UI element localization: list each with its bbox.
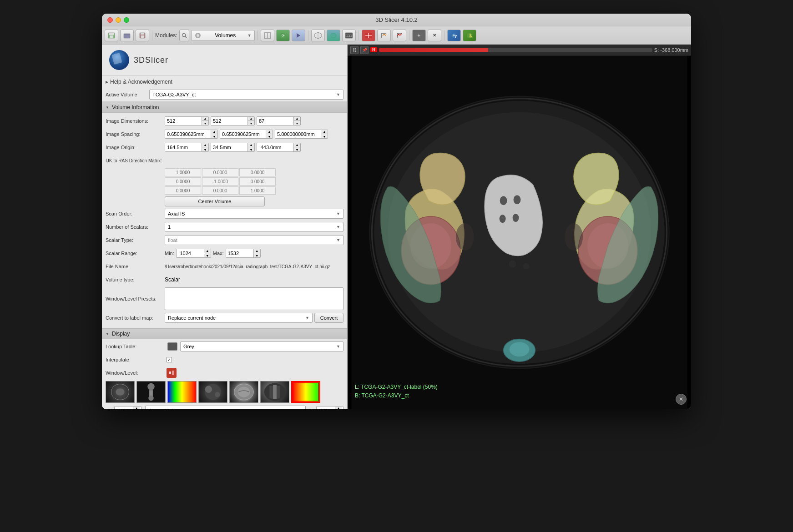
spacing-z-input[interactable]: ▲▼ bbox=[275, 130, 328, 139]
dim-x-input[interactable]: ▲▼ bbox=[165, 116, 209, 125]
dim-z-down[interactable]: ▼ bbox=[294, 121, 300, 125]
min-down[interactable]: ▼ bbox=[204, 253, 211, 258]
slice-position-bar[interactable] bbox=[379, 48, 652, 52]
center-volume-button[interactable]: Center Volume bbox=[165, 196, 265, 206]
convert-dropdown[interactable]: Replace current node ▼ bbox=[165, 313, 313, 323]
close-view-button[interactable]: ✕ bbox=[676, 394, 687, 405]
num-scalars-dropdown[interactable]: 1 ▼ bbox=[165, 222, 343, 232]
dim-z-up[interactable]: ▲ bbox=[294, 116, 300, 121]
window-title: 3D Slicer 4.10.2 bbox=[375, 16, 418, 23]
maximize-button[interactable] bbox=[124, 17, 129, 23]
load-scene-button[interactable] bbox=[120, 30, 134, 41]
dim-x-up[interactable]: ▲ bbox=[202, 116, 208, 121]
lookup-color-swatch[interactable] bbox=[167, 342, 177, 351]
spacing-y-down[interactable]: ▼ bbox=[266, 134, 273, 139]
min-up[interactable]: ▲ bbox=[204, 249, 211, 253]
origin-z-up[interactable]: ▲ bbox=[294, 143, 300, 147]
dim-z-input[interactable]: ▲▼ bbox=[257, 116, 301, 125]
dim-y-field[interactable] bbox=[211, 117, 247, 125]
l-field[interactable] bbox=[317, 407, 335, 409]
origin-y-field[interactable] bbox=[211, 143, 247, 151]
w-input[interactable]: ▲▼ bbox=[114, 406, 141, 409]
l-up[interactable]: ▲ bbox=[335, 406, 342, 409]
display-section-header[interactable]: ▼ Display bbox=[102, 328, 347, 339]
max-down[interactable]: ▼ bbox=[254, 253, 260, 258]
help-row[interactable]: ▶ Help & Acknowledgement bbox=[102, 76, 347, 88]
active-volume-dropdown[interactable]: TCGA-G2-A3VY_ct ▼ bbox=[149, 90, 343, 100]
pin-button[interactable]: 📌 bbox=[360, 46, 369, 54]
transform-button[interactable] bbox=[393, 30, 406, 41]
interpolate-checkbox[interactable]: ✓ bbox=[167, 357, 172, 362]
dim-x-field[interactable] bbox=[165, 117, 202, 125]
extensions-button[interactable]: 🐍 bbox=[463, 30, 476, 41]
thumbnail-hot[interactable] bbox=[291, 381, 320, 403]
max-up[interactable]: ▲ bbox=[254, 249, 260, 253]
forward-button[interactable] bbox=[292, 30, 305, 41]
volume-info-section[interactable]: ▼ Volume Information bbox=[102, 102, 347, 113]
volume-render-button[interactable] bbox=[327, 30, 340, 41]
origin-y-up[interactable]: ▲ bbox=[248, 143, 254, 147]
dim-y-input[interactable]: ▲▼ bbox=[211, 116, 255, 125]
scan-order-dropdown[interactable]: Axial IS ▼ bbox=[165, 209, 343, 219]
thumbnail-ct-bone[interactable] bbox=[136, 381, 166, 403]
origin-y-input[interactable]: ▲▼ bbox=[211, 143, 255, 152]
origin-z-input[interactable]: ▲▼ bbox=[257, 143, 301, 152]
num-scalars-arrow: ▼ bbox=[336, 225, 340, 229]
python-button[interactable]: Py bbox=[447, 30, 461, 41]
min-field[interactable] bbox=[177, 249, 204, 257]
crosshair-button[interactable] bbox=[362, 30, 375, 41]
spacing-x-field[interactable] bbox=[165, 130, 211, 138]
spacing-y-up[interactable]: ▲ bbox=[266, 130, 273, 134]
spacing-x-input[interactable]: ▲▼ bbox=[165, 130, 218, 139]
spacing-y-field[interactable] bbox=[220, 130, 266, 138]
module-dropdown[interactable]: Volumes ▼ bbox=[191, 30, 255, 41]
origin-z-field[interactable] bbox=[257, 143, 293, 151]
origin-x-down[interactable]: ▼ bbox=[202, 147, 208, 152]
fiducial-button[interactable]: □□□ bbox=[342, 30, 356, 41]
thumbnail-rainbow[interactable] bbox=[167, 381, 197, 403]
home-button[interactable]: ⟳ bbox=[276, 30, 290, 41]
origin-x-up[interactable]: ▲ bbox=[202, 143, 208, 147]
view-layout-button[interactable] bbox=[261, 30, 274, 41]
dim-x-down[interactable]: ▼ bbox=[202, 121, 208, 125]
convert-button[interactable]: Convert bbox=[314, 313, 343, 323]
dim-y-up[interactable]: ▲ bbox=[248, 116, 254, 121]
dim-z-field[interactable] bbox=[257, 117, 293, 125]
3d-view-button[interactable] bbox=[311, 30, 325, 41]
origin-x-input[interactable]: ▲▼ bbox=[165, 143, 209, 152]
spacing-x-up[interactable]: ▲ bbox=[211, 130, 217, 134]
spacing-y-input[interactable]: ▲▼ bbox=[220, 130, 273, 139]
origin-y-down[interactable]: ▼ bbox=[248, 147, 254, 152]
min-input[interactable]: ▲▼ bbox=[176, 249, 211, 258]
max-field[interactable] bbox=[226, 249, 253, 257]
lookup-dropdown[interactable]: Grey ▼ bbox=[180, 341, 343, 351]
w-field[interactable] bbox=[115, 407, 133, 409]
thumbnail-chest[interactable] bbox=[260, 381, 289, 403]
spacing-x-down[interactable]: ▼ bbox=[211, 134, 217, 139]
w-up[interactable]: ▲ bbox=[133, 406, 140, 409]
spacing-z-field[interactable] bbox=[275, 130, 321, 138]
module-search-button[interactable] bbox=[179, 30, 189, 41]
wl-mode-dropdown[interactable]: Manual W/L ▼ bbox=[145, 406, 306, 409]
save-scene-button[interactable] bbox=[105, 30, 118, 41]
link-button[interactable]: ⛓ bbox=[350, 46, 359, 54]
dim-y-down[interactable]: ▼ bbox=[248, 121, 254, 125]
scalar-type-dropdown[interactable]: float ▼ bbox=[165, 235, 343, 245]
max-input[interactable]: ▲▼ bbox=[226, 249, 261, 258]
origin-x-field[interactable] bbox=[165, 143, 202, 151]
l-input[interactable]: ▲▼ bbox=[316, 406, 343, 409]
thumbnail-ct-soft[interactable] bbox=[198, 381, 227, 403]
thumbnail-brain[interactable] bbox=[229, 381, 258, 403]
svg-rect-2 bbox=[110, 35, 113, 38]
save-data-button[interactable] bbox=[136, 30, 149, 41]
navigate-button[interactable]: + bbox=[412, 30, 426, 41]
wl-icon[interactable] bbox=[167, 368, 177, 378]
spacing-z-down[interactable]: ▼ bbox=[321, 134, 328, 139]
minimize-button[interactable] bbox=[116, 17, 121, 23]
thumbnail-ct-default[interactable] bbox=[106, 381, 135, 403]
spacing-z-up[interactable]: ▲ bbox=[321, 130, 328, 134]
annotation-button[interactable] bbox=[377, 30, 391, 41]
close-button[interactable] bbox=[107, 17, 113, 23]
origin-z-down[interactable]: ▼ bbox=[294, 147, 300, 152]
navigate-btn2[interactable]: ✕ bbox=[428, 30, 441, 41]
